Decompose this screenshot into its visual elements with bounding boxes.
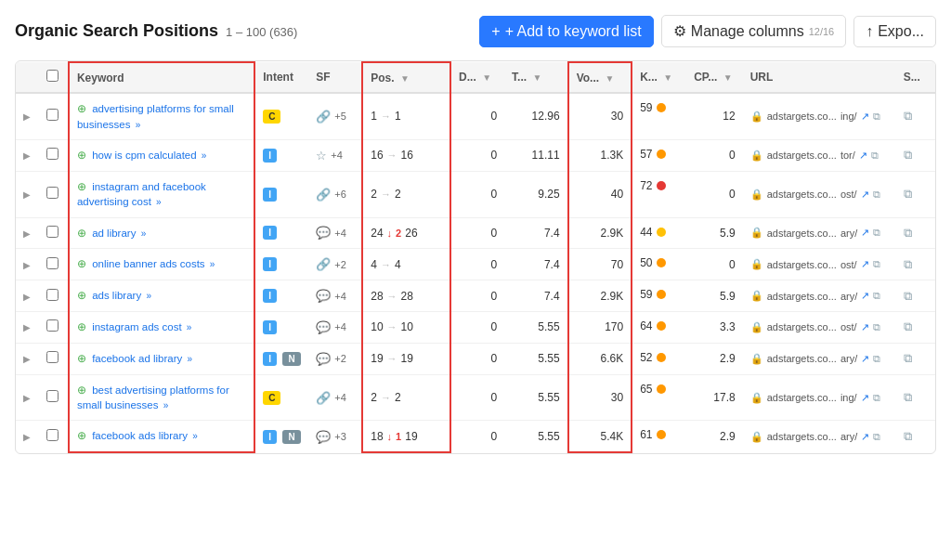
row-checkbox[interactable] [46, 351, 59, 363]
add-keyword-button[interactable]: + + Add to keyword list [479, 16, 654, 47]
url-text[interactable]: adstargets.co... [767, 353, 837, 364]
save-icon[interactable]: ⧉ [904, 226, 912, 240]
select-all-checkbox[interactable] [46, 70, 59, 82]
th-url[interactable]: URL [743, 62, 896, 93]
t-cell: 5.55 [504, 343, 568, 374]
keyword-link[interactable]: advertising platforms for small business… [77, 103, 234, 130]
expand-button[interactable]: ▶ [23, 354, 31, 364]
external-link-icon[interactable]: ↗ [861, 353, 869, 365]
external-link-icon[interactable]: ↗ [861, 321, 869, 333]
save-icon[interactable]: ⧉ [904, 289, 912, 303]
expand-button[interactable]: ▶ [23, 111, 31, 122]
url-cell: 🔒 adstargets.co... ing/ ↗ ⧉ [750, 392, 889, 404]
expand-button[interactable]: ▶ [23, 292, 31, 302]
external-link-icon[interactable]: ↗ [861, 189, 869, 201]
th-t[interactable]: T... ▼ [504, 62, 568, 93]
expand-button[interactable]: ▶ [23, 150, 31, 161]
keyword-link[interactable]: how is cpm calculated [92, 150, 197, 161]
add-circle-icon: ⊕ [77, 289, 86, 302]
keyword-link[interactable]: facebook ads library [92, 430, 188, 441]
url-text[interactable]: adstargets.co... [767, 189, 837, 200]
url-text[interactable]: adstargets.co... [767, 259, 837, 270]
row-checkbox[interactable] [46, 289, 59, 301]
keyword-link[interactable]: instagram ads cost [92, 321, 182, 332]
copy-icon[interactable]: ⧉ [873, 321, 880, 333]
row-checkbox[interactable] [46, 429, 59, 441]
row-checkbox[interactable] [46, 319, 59, 332]
row-checkbox[interactable] [46, 187, 59, 199]
export-button[interactable]: ↑ Expo... [853, 16, 936, 47]
save-icon[interactable]: ⧉ [904, 390, 912, 404]
row-checkbox[interactable] [46, 226, 59, 238]
row-checkbox[interactable] [46, 390, 59, 402]
external-link-icon[interactable]: ↗ [861, 431, 869, 443]
save-icon[interactable]: ⧉ [904, 351, 912, 365]
external-link-icon[interactable]: ↗ [861, 111, 869, 123]
th-vol[interactable]: Vo... ▼ [568, 62, 632, 93]
copy-icon[interactable]: ⧉ [873, 258, 880, 270]
copy-icon[interactable]: ⧉ [873, 290, 880, 302]
url-text[interactable]: adstargets.co... [767, 228, 837, 239]
keyword-link[interactable]: ads library [92, 290, 141, 301]
pos-cell: 18 ↓ 1 19 [362, 421, 450, 452]
row-checkbox[interactable] [46, 257, 59, 269]
copy-icon[interactable]: ⧉ [873, 189, 880, 201]
expand-button[interactable]: ▶ [23, 432, 31, 442]
th-sf[interactable]: SF [308, 62, 362, 93]
th-keyword[interactable]: Keyword [69, 62, 254, 93]
copy-icon[interactable]: ⧉ [873, 353, 880, 365]
save-icon[interactable]: ⧉ [904, 148, 912, 162]
url-text[interactable]: adstargets.co... [767, 392, 837, 403]
external-link-icon[interactable]: ↗ [861, 227, 869, 239]
keyword-link[interactable]: facebook ad library [92, 353, 182, 364]
url-text[interactable]: adstargets.co... [767, 291, 837, 302]
intent-badge: C [263, 110, 280, 124]
copy-icon[interactable]: ⧉ [873, 392, 880, 404]
row-checkbox[interactable] [46, 148, 59, 160]
sf-value-cell: 💬 +2 [308, 343, 362, 374]
url-suffix: ary/ [840, 291, 857, 302]
copy-icon[interactable]: ⧉ [871, 150, 879, 162]
keyword-link[interactable]: ad library [92, 228, 136, 239]
external-link-icon[interactable]: ↗ [861, 392, 869, 404]
th-k[interactable]: K... ▼ [632, 62, 686, 93]
save-icon[interactable]: ⧉ [904, 187, 912, 201]
page-wrapper: Organic Search Positions 1 – 100 (636) +… [0, 0, 951, 560]
vol-cell: 40 [568, 171, 632, 217]
row-checkbox[interactable] [46, 109, 59, 121]
d-cell: 0 [450, 171, 504, 217]
save-icon[interactable]: ⧉ [904, 257, 912, 271]
copy-icon[interactable]: ⧉ [873, 111, 880, 123]
url-text[interactable]: adstargets.co... [767, 321, 837, 332]
copy-icon[interactable]: ⧉ [873, 227, 880, 239]
copy-icon[interactable]: ⧉ [873, 431, 880, 443]
expand-button[interactable]: ▶ [23, 260, 31, 270]
th-s[interactable]: S... [896, 62, 935, 93]
check-cell [39, 217, 69, 249]
keyword-link[interactable]: instagram and facebook advertising cost [77, 181, 206, 208]
check-cell [39, 93, 69, 139]
th-d[interactable]: D... ▼ [450, 62, 504, 93]
save-icon[interactable]: ⧉ [904, 319, 912, 333]
save-icon[interactable]: ⧉ [904, 429, 912, 443]
external-link-icon[interactable]: ↗ [861, 290, 869, 302]
th-cp[interactable]: CP... ▼ [686, 62, 742, 93]
expand-button[interactable]: ▶ [23, 393, 31, 403]
th-pos[interactable]: Pos. ▼ [362, 62, 450, 93]
url-text[interactable]: adstargets.co... [767, 431, 837, 442]
expand-button[interactable]: ▶ [23, 189, 31, 200]
keyword-link[interactable]: online banner ads costs [92, 258, 204, 269]
external-link-icon[interactable]: ↗ [861, 258, 869, 270]
external-link-icon[interactable]: ↗ [859, 150, 867, 162]
manage-columns-button[interactable]: ⚙ Manage columns 12/16 [661, 15, 846, 47]
save-icon[interactable]: ⧉ [904, 109, 912, 123]
url-text[interactable]: adstargets.co... [767, 111, 837, 122]
sf-cell: 🔗 +2 [316, 257, 354, 271]
url-text[interactable]: adstargets.co... [767, 150, 837, 161]
expand-button[interactable]: ▶ [23, 228, 31, 239]
add-circle-icon: ⊕ [77, 149, 86, 162]
keyword-link[interactable]: best advertising platforms for small bus… [77, 384, 229, 411]
th-intent[interactable]: Intent [254, 62, 308, 93]
link-icon: 🔗 [316, 391, 331, 405]
expand-button[interactable]: ▶ [23, 322, 31, 332]
